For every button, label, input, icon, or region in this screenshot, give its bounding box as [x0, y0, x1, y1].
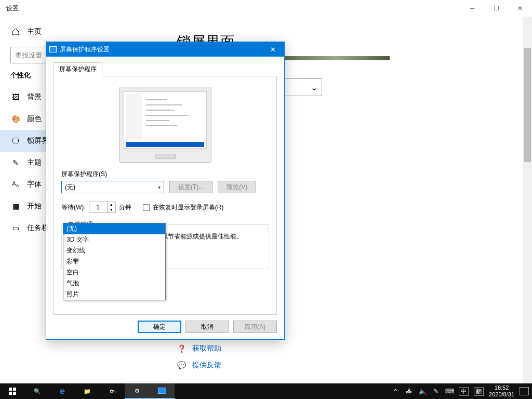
screensaver-option[interactable]: 照片	[63, 289, 165, 300]
monitor-preview	[119, 87, 211, 163]
tab-strip: 屏幕保护程序	[54, 62, 277, 76]
spin-up[interactable]: ▲	[107, 202, 115, 207]
screensaver-taskbar-icon[interactable]	[150, 383, 175, 399]
explorer-icon[interactable]: 📁	[75, 383, 100, 399]
dialog-close-button[interactable]: ✕	[261, 42, 284, 57]
tray-chevron-icon[interactable]: ^	[391, 387, 400, 395]
minimize-button[interactable]: ─	[460, 0, 484, 17]
edge-icon[interactable]: e	[50, 383, 75, 399]
taskbar-left: 🔍 e 📁 🛍 ⚙	[0, 383, 175, 399]
spin-down[interactable]: ▼	[107, 207, 115, 212]
feedback-link-label: 提供反馈	[192, 361, 221, 370]
help-icon: ❓	[177, 344, 186, 353]
taskbar: 🔍 e 📁 🛍 ⚙ ^ 🖧 🔈✕ ✎ ⌨ 中 翻 16:52 2020/8/31	[0, 383, 532, 399]
sidebar-home[interactable]: 主页	[10, 21, 161, 43]
help-links: ❓ 获取帮助 💬 提供反馈	[177, 344, 221, 377]
screensaver-group: 屏幕保护程序(S) (无) ▾ 设置(T)... 预览(V) 等待(W): ▲▼	[61, 170, 269, 213]
search-button[interactable]: 🔍	[25, 383, 50, 399]
screensaver-option[interactable]: 变幻线	[63, 245, 165, 256]
maximize-button[interactable]: ☐	[484, 0, 508, 17]
dialog-buttons: 确定 取消 应用(A)	[138, 321, 277, 333]
lock-icon: 🖵	[11, 137, 20, 145]
screensaver-preview-button[interactable]: 预览(V)	[218, 181, 256, 193]
apply-button[interactable]: 应用(A)	[233, 321, 277, 333]
help-link-label: 获取帮助	[192, 344, 221, 353]
feedback-link[interactable]: 💬 提供反馈	[177, 361, 221, 370]
tab-screensaver[interactable]: 屏幕保护程序	[54, 62, 102, 76]
chevron-down-icon: ▾	[158, 184, 161, 190]
settings-title: 设置	[6, 4, 19, 13]
svg-rect-0	[9, 388, 12, 391]
screensaver-option[interactable]: 空白	[63, 267, 165, 278]
settings-titlebar: 设置 ─ ☐ ✕	[0, 0, 532, 17]
wait-value-input[interactable]	[89, 202, 107, 212]
sidebar-item-label: 主题	[27, 158, 42, 167]
screensaver-option[interactable]: (无)	[63, 223, 165, 234]
network-icon[interactable]: 🖧	[405, 387, 413, 395]
monitor-stand	[155, 154, 176, 159]
wait-label: 等待(W):	[61, 203, 86, 212]
picture-icon: 🖼	[11, 93, 20, 101]
cancel-button[interactable]: 取消	[185, 321, 229, 333]
screensaver-option[interactable]: 3D 文字	[63, 234, 165, 245]
wait-row: 等待(W): ▲▼ 分钟 在恢复时显示登录屏幕(R)	[61, 202, 269, 213]
svg-rect-2	[9, 392, 12, 395]
start-icon: ▦	[11, 202, 20, 210]
sidebar-item-label: 颜色	[27, 114, 42, 124]
wait-spinner[interactable]: ▲▼	[89, 202, 116, 213]
taskbar-icon: ▭	[11, 224, 20, 232]
wait-unit: 分钟	[119, 203, 131, 212]
screensaver-option[interactable]: 气泡	[63, 278, 165, 289]
ime-translate-badge[interactable]: 翻	[474, 387, 484, 396]
screensaver-settings-button[interactable]: 设置(T)...	[169, 181, 212, 193]
clock-date: 2020/8/31	[489, 391, 514, 398]
clock-time: 16:52	[489, 384, 514, 391]
sidebar-home-label: 主页	[27, 27, 42, 36]
taskbar-right: ^ 🖧 🔈✕ ✎ ⌨ 中 翻 16:52 2020/8/31	[391, 383, 532, 399]
monitor-screen	[124, 91, 207, 149]
scrollbar-thumb[interactable]	[524, 48, 531, 162]
font-icon: AA	[11, 180, 20, 189]
dialog-title: 屏幕保护程序设置	[60, 45, 110, 54]
start-button[interactable]	[0, 383, 25, 399]
feedback-icon: 💬	[177, 361, 186, 369]
svg-rect-1	[13, 388, 16, 391]
palette-icon: 🎨	[11, 115, 20, 123]
window-controls: ─ ☐ ✕	[460, 0, 532, 17]
keyboard-icon[interactable]: ⌨	[445, 387, 454, 395]
settings-taskbar-icon[interactable]: ⚙	[125, 383, 150, 399]
screensaver-dialog: 屏幕保护程序设置 ✕ 屏幕保护程序	[46, 42, 285, 340]
screensaver-label: 屏幕保护程序(S)	[61, 170, 269, 179]
screensaver-option[interactable]: 彩带	[63, 256, 165, 267]
sidebar-item-label: 开始	[27, 202, 42, 211]
ime-icon[interactable]: ✎	[432, 387, 440, 395]
home-icon	[11, 28, 20, 36]
taskbar-clock[interactable]: 16:52 2020/8/31	[489, 384, 514, 398]
sidebar-item-label: 字体	[27, 180, 42, 189]
theme-icon: ✎	[11, 158, 20, 167]
vertical-scrollbar[interactable]	[523, 17, 532, 383]
dialog-titlebar: 屏幕保护程序设置 ✕	[46, 42, 284, 57]
screensaver-combo[interactable]: (无) ▾	[61, 181, 164, 193]
resume-checkbox[interactable]	[143, 204, 150, 211]
combo-value: (无)	[65, 183, 75, 192]
monitor-icon	[49, 46, 57, 52]
get-help-link[interactable]: ❓ 获取帮助	[177, 344, 221, 353]
resume-label: 在恢复时显示登录屏幕(R)	[153, 203, 224, 212]
sidebar-item-label: 背景	[27, 92, 42, 102]
action-center-icon[interactable]	[520, 387, 529, 395]
store-icon[interactable]: 🛍	[100, 383, 125, 399]
svg-rect-3	[13, 392, 16, 395]
chevron-down-icon: ⌄	[311, 83, 317, 92]
ime-lang-badge[interactable]: 中	[459, 387, 469, 396]
screensaver-dropdown-list[interactable]: (无)3D 文字变幻线彩带空白气泡照片	[63, 223, 166, 300]
close-button[interactable]: ✕	[508, 0, 532, 17]
volume-mute-icon[interactable]: 🔈✕	[418, 387, 427, 395]
ok-button[interactable]: 确定	[138, 321, 181, 333]
